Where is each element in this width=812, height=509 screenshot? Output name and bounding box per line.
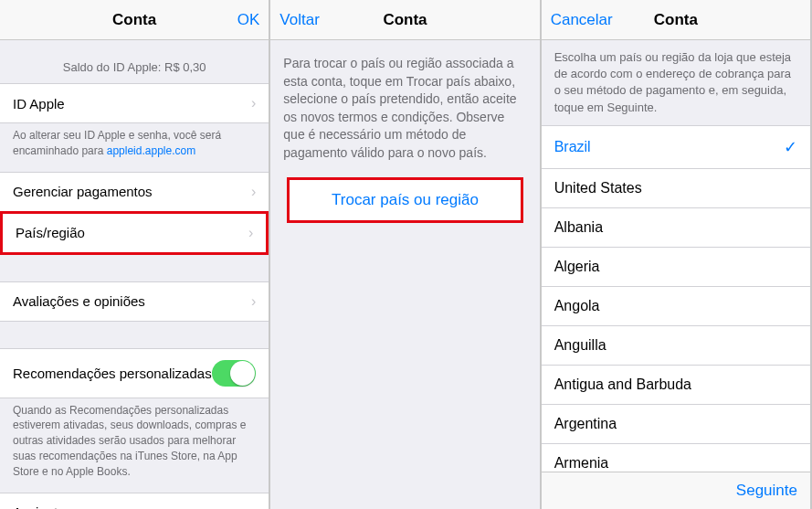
country-region-row[interactable]: País/região › [0, 211, 269, 255]
nav-title-1: Conta [0, 11, 269, 29]
next-button[interactable]: Seguinte [736, 482, 797, 499]
change-country-info: Para trocar o país ou região associada a… [270, 40, 539, 177]
chevron-right-icon: › [248, 225, 253, 241]
personalized-footer: Quando as Recomendações personalizadas e… [0, 398, 269, 493]
content-3: Escolha um país ou região da loja que es… [542, 40, 810, 472]
content-2: Para trocar o país ou região associada a… [270, 40, 539, 509]
navbar-3: Cancelar Conta [542, 0, 810, 40]
country-label: Brazil [554, 139, 591, 155]
id-apple-label: ID Apple [13, 96, 65, 111]
country-label: Antigua and Barbuda [554, 376, 691, 393]
personalized-toggle[interactable] [212, 360, 256, 387]
personalized-row[interactable]: Recomendações personalizadas [0, 348, 269, 398]
country-label: Algeria [554, 259, 600, 275]
country-label: Angola [554, 298, 600, 314]
chevron-right-icon: › [251, 184, 256, 200]
change-country-button[interactable]: Trocar país ou região [287, 177, 522, 223]
id-apple-footer: Ao alterar seu ID Apple e senha, você se… [0, 122, 269, 172]
country-label: Albania [554, 219, 603, 236]
content-1: Saldo do ID Apple: R$ 0,30 ID Apple › Ao… [0, 40, 269, 509]
country-row[interactable]: Antigua and Barbuda [542, 365, 810, 405]
personalized-label: Recomendações personalizadas [13, 366, 212, 381]
country-row-brazil[interactable]: Brazil ✓ [542, 125, 810, 169]
account-panel: Conta OK Saldo do ID Apple: R$ 0,30 ID A… [0, 0, 270, 509]
id-apple-row[interactable]: ID Apple › [0, 83, 269, 123]
country-label: United States [554, 180, 642, 196]
subscriptions-row[interactable]: Assinaturas › [0, 493, 269, 509]
change-country-panel: Voltar Conta Para trocar o país ou regiã… [270, 0, 541, 509]
country-label: Anguilla [554, 337, 606, 354]
navbar-2: Voltar Conta [270, 0, 539, 40]
balance-text: Saldo do ID Apple: R$ 0,30 [0, 40, 269, 83]
back-button[interactable]: Voltar [279, 11, 319, 29]
select-country-info: Escolha um país ou região da loja que es… [542, 40, 810, 125]
chevron-right-icon: › [251, 95, 256, 111]
country-row[interactable]: Algeria [542, 247, 810, 287]
chevron-right-icon: › [251, 504, 256, 509]
checkmark-icon: ✓ [784, 137, 797, 157]
manage-payments-label: Gerenciar pagamentos [13, 184, 153, 199]
bottom-bar: Seguinte [542, 472, 810, 509]
select-country-panel: Cancelar Conta Escolha um país ou região… [542, 0, 812, 509]
subscriptions-label: Assinaturas [13, 504, 84, 509]
cancel-button[interactable]: Cancelar [551, 11, 613, 29]
country-row[interactable]: Angola [542, 286, 810, 326]
appleid-link[interactable]: appleid.apple.com [107, 144, 195, 157]
ok-button[interactable]: OK [237, 11, 260, 29]
country-row[interactable]: Anguilla [542, 325, 810, 366]
country-row[interactable]: Argentina [542, 404, 810, 444]
reviews-row[interactable]: Avaliações e opiniões › [0, 281, 269, 322]
country-row[interactable]: Armenia [542, 443, 810, 472]
country-label: Armenia [554, 455, 609, 472]
country-label: Argentina [554, 416, 617, 432]
chevron-right-icon: › [251, 293, 256, 310]
navbar-1: Conta OK [0, 0, 269, 40]
country-region-label: País/região [16, 225, 85, 240]
reviews-label: Avaliações e opiniões [13, 293, 145, 309]
country-row[interactable]: Albania [542, 207, 810, 248]
country-row[interactable]: United States [542, 168, 810, 208]
manage-payments-row[interactable]: Gerenciar pagamentos › [0, 172, 269, 212]
